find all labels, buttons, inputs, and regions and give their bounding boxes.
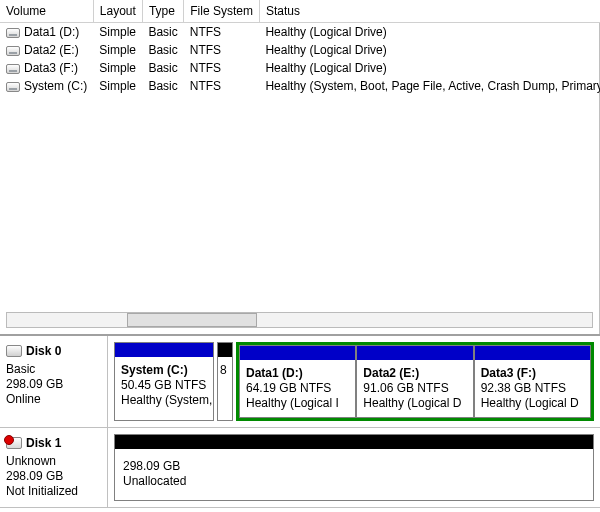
partition-size: 64.19 GB NTFS	[246, 381, 349, 396]
table-row[interactable]: Data3 (F:) Simple Basic NTFS Healthy (Lo…	[0, 59, 600, 77]
partition-hidden[interactable]: 8	[217, 342, 233, 421]
horizontal-scrollbar[interactable]	[6, 312, 593, 328]
cell-layout: Simple	[93, 77, 142, 95]
disk-title: Disk 1	[26, 436, 61, 450]
drive-icon	[6, 28, 20, 38]
disk-type: Unknown	[6, 454, 101, 469]
col-volume[interactable]: Volume	[0, 0, 93, 22]
cell-layout: Simple	[93, 22, 142, 41]
volume-table[interactable]: Volume Layout Type File System Status Da…	[0, 0, 600, 95]
cell-type: Basic	[142, 59, 183, 77]
disk-type: Basic	[6, 362, 101, 377]
partition-status: Healthy (Logical I	[246, 396, 349, 411]
partition-unallocated[interactable]: 298.09 GB Unallocated	[114, 434, 594, 501]
partition-name: Data2 (E:)	[363, 366, 466, 381]
disk1-row[interactable]: Disk 1 Unknown 298.09 GB Not Initialized…	[0, 428, 600, 508]
disk1-info: Disk 1 Unknown 298.09 GB Not Initialized	[0, 428, 108, 507]
cell-status: Healthy (Logical Drive)	[259, 22, 600, 41]
cell-status: Healthy (System, Boot, Page File, Active…	[259, 77, 600, 95]
partition-system[interactable]: System (C:) 50.45 GB NTFS Healthy (Syste…	[114, 342, 214, 421]
table-row[interactable]: Data1 (D:) Simple Basic NTFS Healthy (Lo…	[0, 22, 600, 41]
disk0-row[interactable]: Disk 0 Basic 298.09 GB Online System (C:…	[0, 336, 600, 428]
partition-name: Data1 (D:)	[246, 366, 349, 381]
col-layout[interactable]: Layout	[93, 0, 142, 22]
cell-layout: Simple	[93, 59, 142, 77]
partition-status: Healthy (System,	[121, 393, 207, 408]
disk-title: Disk 0	[26, 344, 61, 358]
partition-e[interactable]: Data2 (E:) 91.06 GB NTFS Healthy (Logica…	[356, 345, 473, 418]
cell-fs: NTFS	[184, 22, 260, 41]
cell-status: Healthy (Logical Drive)	[259, 41, 600, 59]
col-status[interactable]: Status	[259, 0, 600, 22]
cell-fs: NTFS	[184, 41, 260, 59]
extended-partition-group: Data1 (D:) 64.19 GB NTFS Healthy (Logica…	[236, 342, 594, 421]
disk-icon	[6, 345, 22, 357]
drive-icon	[6, 46, 20, 56]
disk0-partitions: System (C:) 50.45 GB NTFS Healthy (Syste…	[108, 336, 600, 427]
volume-list-panel: Volume Layout Type File System Status Da…	[0, 0, 600, 334]
cell-status: Healthy (Logical Drive)	[259, 59, 600, 77]
cell-volume: System (C:)	[24, 79, 87, 93]
partition-header	[115, 435, 593, 449]
cell-fs: NTFS	[184, 59, 260, 77]
partition-name: Data3 (F:)	[481, 366, 584, 381]
disk-map-panel: Disk 0 Basic 298.09 GB Online System (C:…	[0, 334, 600, 508]
table-row[interactable]: Data2 (E:) Simple Basic NTFS Healthy (Lo…	[0, 41, 600, 59]
partition-status: Healthy (Logical D	[363, 396, 466, 411]
col-filesystem[interactable]: File System	[184, 0, 260, 22]
partition-size: 92.38 GB NTFS	[481, 381, 584, 396]
disk-error-icon	[6, 437, 22, 449]
partition-size: 91.06 GB NTFS	[363, 381, 466, 396]
drive-icon	[6, 82, 20, 92]
cell-layout: Simple	[93, 41, 142, 59]
unalloc-size: 298.09 GB	[123, 459, 585, 474]
partition-header	[475, 346, 590, 360]
unalloc-label: Unallocated	[123, 474, 585, 489]
partition-header	[357, 346, 472, 360]
partition-header	[115, 343, 213, 357]
col-type[interactable]: Type	[142, 0, 183, 22]
drive-icon	[6, 64, 20, 74]
cell-volume: Data2 (E:)	[24, 43, 79, 57]
disk-state: Online	[6, 392, 101, 407]
partition-size: 50.45 GB NTFS	[121, 378, 207, 393]
partition-header	[218, 343, 232, 357]
cell-fs: NTFS	[184, 77, 260, 95]
partition-size: 8	[220, 363, 230, 378]
disk1-partitions: 298.09 GB Unallocated	[108, 428, 600, 507]
scrollbar-thumb[interactable]	[127, 313, 257, 327]
disk0-info: Disk 0 Basic 298.09 GB Online	[0, 336, 108, 427]
cell-volume: Data3 (F:)	[24, 61, 78, 75]
cell-type: Basic	[142, 41, 183, 59]
cell-type: Basic	[142, 77, 183, 95]
disk-size: 298.09 GB	[6, 377, 101, 392]
disk-size: 298.09 GB	[6, 469, 101, 484]
partition-status: Healthy (Logical D	[481, 396, 584, 411]
disk-state: Not Initialized	[6, 484, 101, 499]
cell-volume: Data1 (D:)	[24, 25, 79, 39]
cell-type: Basic	[142, 22, 183, 41]
partition-d[interactable]: Data1 (D:) 64.19 GB NTFS Healthy (Logica…	[239, 345, 356, 418]
partition-header	[240, 346, 355, 360]
table-row[interactable]: System (C:) Simple Basic NTFS Healthy (S…	[0, 77, 600, 95]
partition-f[interactable]: Data3 (F:) 92.38 GB NTFS Healthy (Logica…	[474, 345, 591, 418]
partition-name: System (C:)	[121, 363, 207, 378]
